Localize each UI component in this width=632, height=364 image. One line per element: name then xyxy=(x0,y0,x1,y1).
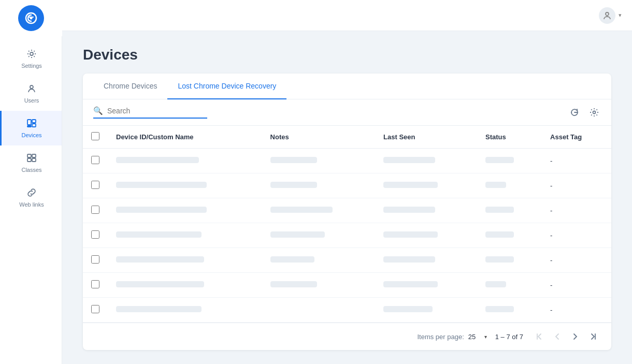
cell-asset-tag: - xyxy=(542,298,611,323)
pagination: Items per page: 10 25 50 100 1 – 7 of 7 xyxy=(83,323,611,350)
cell-notes xyxy=(262,298,376,323)
users-icon xyxy=(26,83,37,95)
select-all-checkbox[interactable] xyxy=(91,132,99,140)
main-card: Chrome Devices Lost Chrome Device Recove… xyxy=(83,74,611,350)
cell-asset-tag: - xyxy=(542,273,611,298)
page-title: Devices xyxy=(83,47,611,63)
pagination-range: 1 – 7 of 7 xyxy=(495,333,523,341)
svg-rect-7 xyxy=(27,126,31,127)
next-page-button[interactable] xyxy=(567,330,583,343)
sidebar: Settings Users Devices xyxy=(0,0,62,364)
per-page-select[interactable]: 10 25 50 100 xyxy=(468,333,487,341)
search-icon: 🔍 xyxy=(93,106,103,115)
cell-status xyxy=(477,248,542,273)
devices-table: Device ID/Custom Name Notes Last Seen St… xyxy=(83,126,611,323)
cell-status xyxy=(477,273,542,298)
items-per-page-label: Items per page: xyxy=(417,333,464,341)
cell-asset-tag: - xyxy=(542,173,611,198)
sidebar-item-users[interactable]: Users xyxy=(0,76,62,111)
settings-button[interactable] xyxy=(587,106,601,119)
weblinks-icon xyxy=(26,187,37,199)
cell-asset-tag: - xyxy=(542,198,611,223)
cell-device-id xyxy=(108,298,262,323)
svg-point-1 xyxy=(30,17,32,20)
cell-device-id xyxy=(108,248,262,273)
main-area: ▾ Devices Chrome Devices Lost Chrome Dev… xyxy=(62,0,632,364)
tab-lost-chrome-device-recovery[interactable]: Lost Chrome Device Recovery xyxy=(167,74,286,99)
table-row: - xyxy=(83,198,611,223)
per-page-select-wrap: 10 25 50 100 xyxy=(468,333,487,341)
svg-point-2 xyxy=(30,52,33,55)
cell-notes xyxy=(262,149,376,173)
row-checkbox[interactable] xyxy=(91,181,99,189)
col-checkbox xyxy=(83,126,108,149)
cell-notes xyxy=(262,173,376,198)
sidebar-item-devices[interactable]: Devices xyxy=(0,111,62,145)
svg-rect-11 xyxy=(32,158,36,162)
topbar: ▾ xyxy=(62,0,632,31)
cell-status xyxy=(477,223,542,248)
table-wrap: Device ID/Custom Name Notes Last Seen St… xyxy=(83,126,611,323)
table-row: - xyxy=(83,223,611,248)
col-notes: Notes xyxy=(262,126,376,149)
row-checkbox[interactable] xyxy=(91,255,99,264)
svg-rect-10 xyxy=(27,158,31,162)
svg-point-13 xyxy=(593,111,596,114)
svg-rect-5 xyxy=(32,120,36,123)
sidebar-logo xyxy=(0,0,62,36)
table-body: ------- xyxy=(83,149,611,323)
col-last-seen: Last Seen xyxy=(375,126,477,149)
svg-rect-4 xyxy=(27,120,31,125)
cell-status xyxy=(477,173,542,198)
last-page-button[interactable] xyxy=(584,330,601,343)
cell-last-seen xyxy=(375,273,477,298)
cell-status xyxy=(477,298,542,323)
pagination-buttons xyxy=(532,330,601,343)
cell-status xyxy=(477,149,542,173)
svg-rect-6 xyxy=(32,124,36,127)
user-menu[interactable]: ▾ xyxy=(599,7,622,24)
settings-icon xyxy=(26,49,37,61)
svg-point-12 xyxy=(606,12,609,16)
cell-asset-tag: - xyxy=(542,248,611,273)
table-row: - xyxy=(83,149,611,173)
row-checkbox[interactable] xyxy=(91,206,99,214)
first-page-button[interactable] xyxy=(532,330,548,343)
sidebar-item-classes[interactable]: Classes xyxy=(0,145,62,180)
per-page-control: Items per page: 10 25 50 100 xyxy=(417,333,486,341)
cell-device-id xyxy=(108,149,262,173)
col-asset-tag: Asset Tag xyxy=(542,126,611,149)
search-input[interactable] xyxy=(107,107,200,115)
row-checkbox[interactable] xyxy=(91,230,99,239)
row-checkbox[interactable] xyxy=(91,280,99,288)
row-checkbox[interactable] xyxy=(91,305,99,313)
sidebar-item-classes-label: Classes xyxy=(21,167,41,173)
table-header-row: Device ID/Custom Name Notes Last Seen St… xyxy=(83,126,611,149)
classes-icon xyxy=(26,153,37,165)
app-logo xyxy=(18,5,44,31)
table-row: - xyxy=(83,273,611,298)
cell-notes xyxy=(262,248,376,273)
cell-asset-tag: - xyxy=(542,149,611,173)
sidebar-item-weblinks-label: Web links xyxy=(19,201,44,208)
cell-status xyxy=(477,198,542,223)
sidebar-item-users-label: Users xyxy=(24,97,39,104)
sidebar-item-settings-label: Settings xyxy=(21,63,42,69)
cell-device-id xyxy=(108,223,262,248)
tab-chrome-devices[interactable]: Chrome Devices xyxy=(93,74,167,99)
row-checkbox[interactable] xyxy=(91,156,99,164)
sidebar-item-weblinks[interactable]: Web links xyxy=(0,180,62,215)
sidebar-item-devices-label: Devices xyxy=(21,132,41,138)
table-row: - xyxy=(83,248,611,273)
cell-device-id xyxy=(108,273,262,298)
search-bar: 🔍 xyxy=(83,99,611,126)
devices-icon xyxy=(26,118,37,130)
cell-device-id xyxy=(108,173,262,198)
cell-device-id xyxy=(108,198,262,223)
sidebar-item-settings[interactable]: Settings xyxy=(0,41,62,76)
cell-last-seen xyxy=(375,298,477,323)
svg-rect-9 xyxy=(32,154,36,157)
refresh-button[interactable] xyxy=(568,106,581,119)
cell-notes xyxy=(262,198,376,223)
prev-page-button[interactable] xyxy=(549,330,566,343)
